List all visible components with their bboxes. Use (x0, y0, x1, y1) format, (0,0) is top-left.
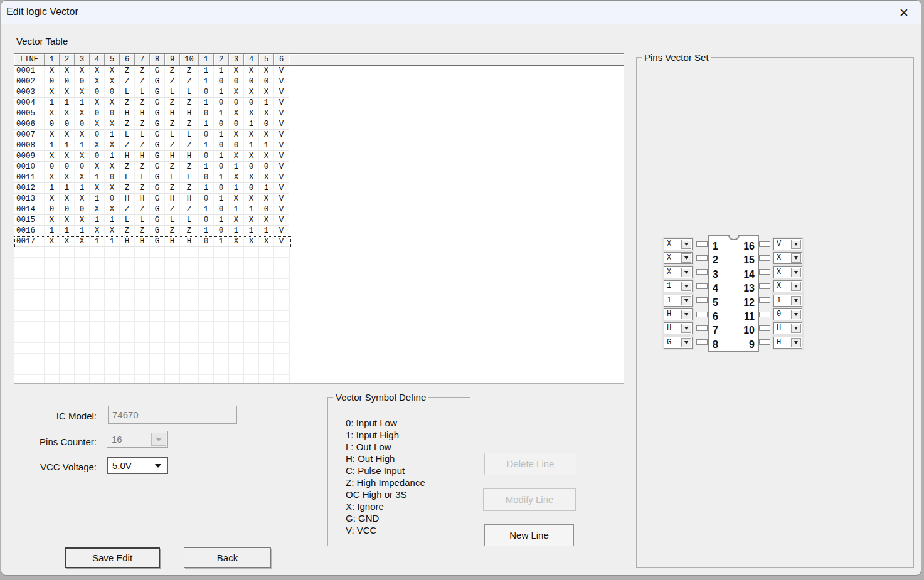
chevron-down-icon[interactable] (681, 282, 691, 291)
legend-line: X: Ignore (346, 500, 470, 512)
table-row[interactable]: 0014000XXZZGZZ10110V (14, 204, 624, 215)
modify-line-button[interactable]: Modify Line (483, 488, 576, 511)
table-cell (259, 247, 274, 258)
table-cell: 0012 (14, 183, 45, 194)
table-cell (259, 364, 274, 375)
table-row-empty[interactable] (14, 258, 624, 268)
table-row[interactable]: 0001XXXXXZZGZZ11XXXV (14, 66, 624, 76)
table-cell: 0 (45, 119, 60, 130)
table-row[interactable]: 0007XXX01LLGLL01XXXV (14, 130, 624, 140)
chevron-down-icon[interactable] (681, 338, 691, 347)
pin-13-select[interactable]: X (773, 280, 802, 292)
table-row-empty[interactable] (14, 290, 624, 300)
table-row-empty[interactable] (14, 332, 624, 343)
pin-3-select[interactable]: X (664, 266, 693, 278)
table-cell: Z (135, 98, 150, 108)
table-cell: 0 (45, 76, 60, 87)
table-row[interactable]: 0015XXX11LLGLL01XXXV (14, 215, 624, 226)
table-cell: Z (135, 66, 150, 76)
chevron-down-icon[interactable] (681, 310, 691, 319)
table-row-empty[interactable] (14, 268, 624, 279)
chevron-down-icon[interactable] (791, 268, 801, 277)
table-row-empty[interactable] (14, 311, 624, 322)
table-row-empty[interactable] (14, 300, 624, 311)
pin-12-select[interactable]: 1 (773, 295, 802, 307)
table-row-empty[interactable] (14, 247, 624, 258)
table-row[interactable]: 0003XXX00LLGLL01XXXV (14, 87, 624, 98)
pin-9-select[interactable]: H (773, 337, 802, 349)
table-cell (214, 354, 229, 364)
pin-11-select[interactable]: 0 (773, 308, 802, 320)
chevron-down-icon[interactable] (681, 324, 691, 333)
pin-1-select[interactable]: X (664, 238, 693, 250)
table-cell: 0016 (14, 226, 45, 236)
chevron-down-icon[interactable] (681, 268, 691, 277)
pin-4-select[interactable]: 1 (664, 280, 693, 292)
table-row-empty[interactable] (14, 343, 624, 354)
chevron-down-icon[interactable] (151, 460, 166, 472)
table-cell (90, 268, 105, 279)
table-cell: 1 (214, 130, 229, 140)
close-icon[interactable]: ✕ (896, 5, 912, 21)
vector-table[interactable]: LINE12345678910123456 0001XXXXXZZGZZ11XX… (14, 53, 624, 384)
table-cell (165, 290, 180, 300)
table-cell: 0003 (14, 87, 45, 98)
back-button[interactable]: Back (184, 547, 271, 568)
table-row[interactable]: 0006000XXZZGZZ10010V (14, 119, 624, 130)
pin-5-select[interactable]: 1 (664, 295, 693, 307)
new-line-button[interactable]: New Line (484, 524, 574, 546)
pin-8-select[interactable]: G (664, 337, 693, 349)
table-row-empty[interactable] (14, 364, 624, 375)
pin-10-select[interactable]: H (773, 322, 802, 334)
pins-counter-select[interactable]: 16 (107, 431, 168, 448)
table-row[interactable]: 0012111XXZZGZZ10101V (14, 183, 624, 194)
table-row-empty[interactable] (14, 279, 624, 290)
table-row-empty[interactable] (14, 354, 624, 364)
table-row[interactable]: 0002000XXZZGZZ10000V (14, 76, 624, 87)
table-row-empty[interactable] (14, 322, 624, 332)
pin-2-select[interactable]: X (664, 252, 693, 264)
chevron-down-icon[interactable] (791, 282, 801, 291)
ic-model-field[interactable] (108, 406, 237, 424)
chevron-down-icon[interactable] (151, 433, 166, 446)
delete-line-button[interactable]: Delete Line (484, 453, 576, 475)
chevron-down-icon[interactable] (791, 296, 801, 305)
pin-15-select[interactable]: X (773, 252, 802, 264)
table-row[interactable]: 0004111XXZZGZZ10001V (14, 98, 624, 108)
table-cell: 0013 (14, 194, 45, 204)
table-body[interactable]: 0001XXXXXZZGZZ11XXXV0002000XXZZGZZ10000V… (14, 66, 624, 383)
table-cell (45, 247, 60, 258)
table-cell: 1 (199, 204, 214, 215)
table-row[interactable]: 0011XXX10LLGLL01XXXV (14, 172, 624, 183)
chevron-down-icon[interactable] (791, 253, 801, 263)
save-edit-button[interactable]: Save Edit (65, 547, 160, 568)
table-row[interactable]: 0016111XXZZGZZ10111V (14, 226, 624, 236)
table-cell (180, 268, 199, 279)
table-row[interactable]: 0017XXX11HHGHH01XXXV (14, 236, 624, 247)
chevron-down-icon[interactable] (681, 253, 691, 263)
chevron-down-icon[interactable] (681, 240, 691, 249)
chevron-down-icon[interactable] (791, 240, 801, 249)
table-row[interactable]: 0008111XXZZGZZ10011V (14, 140, 624, 151)
pin-14-select[interactable]: X (773, 266, 802, 278)
vcc-voltage-select[interactable]: 5.0V (107, 457, 168, 474)
table-row-empty[interactable] (14, 375, 624, 384)
table-row[interactable]: 0010000XXZZGZZ10100V (14, 162, 624, 172)
table-cell (214, 375, 229, 384)
window-title: Edit logic Vector (6, 6, 78, 18)
chevron-down-icon[interactable] (681, 296, 691, 305)
table-cell (259, 322, 274, 332)
chevron-down-icon[interactable] (791, 324, 801, 333)
table-row[interactable]: 0013XXX10HHGHH01XXXV (14, 194, 624, 204)
chevron-down-icon[interactable] (791, 338, 801, 347)
pin-7-select[interactable]: H (664, 322, 693, 334)
pin-16-select[interactable]: V (773, 238, 802, 250)
table-row[interactable]: 0005XXX00HHGHH01XXXV (14, 108, 624, 119)
table-row[interactable]: 0009XXX01HHGHH01XXXV (14, 151, 624, 162)
pin-number: 14 (734, 268, 755, 282)
pin-6-select[interactable]: H (664, 308, 693, 320)
table-cell (259, 279, 274, 290)
chevron-down-icon[interactable] (791, 310, 801, 319)
table-cell (180, 364, 199, 375)
table-cell (259, 354, 274, 364)
